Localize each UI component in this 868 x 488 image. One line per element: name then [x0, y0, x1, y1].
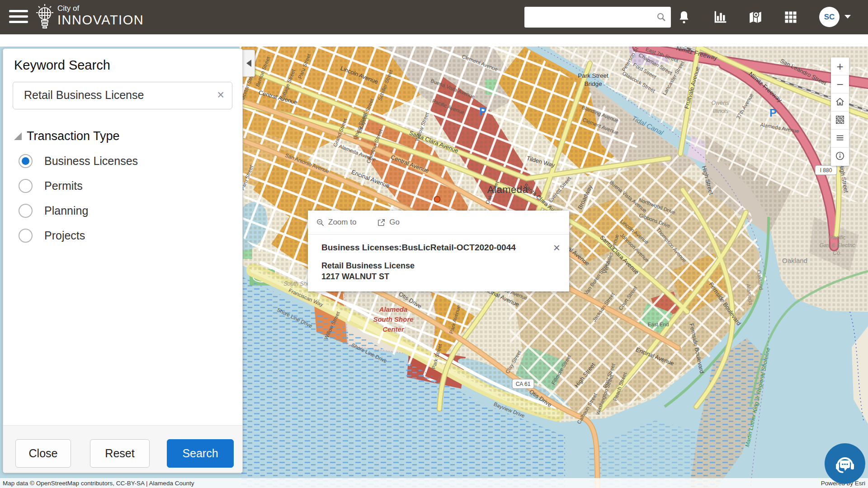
map-attribution: Map data © OpenStreetMap contributors, C…: [0, 478, 868, 488]
zoom-in-button[interactable]: +: [831, 57, 849, 75]
charts-button[interactable]: [709, 6, 731, 28]
notifications-button[interactable]: [673, 6, 695, 28]
lightbulb-logo-icon: [34, 3, 55, 32]
popup-body: Business Licenses:BusLicRetail-OCT2020-0…: [308, 235, 569, 291]
layers-button[interactable]: [831, 130, 849, 148]
svg-text:Oakland: Oakland: [782, 257, 807, 264]
layer-list-icon: [835, 133, 845, 143]
headset-chat-icon: [833, 451, 857, 476]
zoom-to-button[interactable]: Zoom to: [316, 218, 356, 227]
radio-label: Permits: [44, 179, 83, 192]
radio-business-licenses[interactable]: Business Licenses: [19, 149, 242, 174]
map-icon: [748, 9, 763, 25]
radio-circle: [19, 204, 33, 218]
map-pin[interactable]: [434, 197, 440, 202]
transaction-type-options: Business Licenses Permits Planning Proje…: [19, 149, 242, 248]
panel-title: Keyword Search: [14, 58, 242, 73]
svg-text:Owens: Owens: [712, 100, 729, 106]
search-button[interactable]: Search: [167, 439, 234, 468]
info-icon: [835, 151, 845, 161]
menu-icon[interactable]: [9, 10, 28, 24]
zoom-to-label: Zoom to: [328, 218, 356, 227]
avatar[interactable]: SC: [819, 7, 840, 27]
transaction-type-label: Transaction Type: [27, 129, 120, 143]
apps-grid-button[interactable]: [780, 6, 802, 28]
svg-text:Illinois: Illinois: [713, 108, 729, 114]
radio-permits[interactable]: Permits: [19, 174, 242, 198]
brand-name: INNOVATION: [57, 13, 144, 28]
map-controls: + −: [831, 57, 849, 166]
go-icon: [377, 218, 386, 227]
svg-text:South Shore: South Shore: [373, 315, 413, 323]
radio-label: Planning: [44, 204, 88, 217]
panel-footer: Close Reset Search: [3, 425, 242, 473]
keyword-search-panel: Keyword Search × Transaction Type Busine…: [3, 48, 243, 473]
global-search: [524, 7, 671, 28]
svg-text:P: P: [479, 105, 486, 117]
svg-text:I 880: I 880: [820, 167, 832, 174]
brand: City of INNOVATION: [57, 5, 144, 28]
basemap-icon: [835, 115, 845, 125]
popup-actions: Zoom to Go: [308, 211, 569, 235]
svg-text:East End: East End: [648, 322, 669, 327]
home-button[interactable]: [831, 94, 849, 112]
radio-circle: [19, 229, 33, 243]
reset-button[interactable]: Reset: [90, 439, 150, 468]
info-button[interactable]: [831, 148, 849, 166]
svg-text:Bridge: Bridge: [584, 80, 602, 87]
collapse-triangle-icon: [14, 132, 22, 140]
svg-text:CA 61: CA 61: [516, 381, 531, 387]
popup-close-icon[interactable]: ×: [553, 241, 560, 255]
bell-icon: [677, 10, 691, 24]
svg-text:Co.: Co.: [833, 250, 841, 256]
svg-text:Alameda: Alameda: [379, 305, 408, 313]
popup-title: Business Licenses:BusLicRetail-OCT2020-0…: [321, 243, 559, 253]
keyword-input[interactable]: [23, 88, 206, 102]
radio-label: Business Licenses: [44, 155, 138, 168]
svg-text:Gas & Electric: Gas & Electric: [819, 242, 855, 249]
svg-text:P: P: [769, 107, 777, 119]
radio-label: Projects: [44, 229, 85, 242]
transaction-type-header[interactable]: Transaction Type: [14, 129, 242, 143]
avatar-initials: SC: [824, 13, 835, 22]
close-button[interactable]: Close: [15, 439, 71, 468]
popup-address: 1217 WALNUT ST: [321, 272, 559, 282]
grid-icon: [784, 10, 797, 24]
radio-circle: [19, 179, 33, 193]
basemap-button[interactable]: [831, 112, 849, 130]
radio-projects[interactable]: Projects: [19, 223, 242, 248]
collapse-left-icon: [246, 60, 251, 67]
home-icon: [835, 97, 845, 107]
global-search-input[interactable]: [530, 9, 654, 25]
radio-planning[interactable]: Planning: [19, 198, 242, 223]
go-label: Go: [389, 218, 400, 227]
go-button[interactable]: Go: [377, 218, 400, 227]
support-chat-button[interactable]: [825, 443, 865, 484]
account-chevron-down-icon[interactable]: [844, 15, 851, 19]
svg-text:Park Street: Park Street: [578, 72, 609, 79]
zoom-to-icon: [316, 218, 325, 227]
svg-text:Alameda: Alameda: [487, 184, 528, 195]
bar-chart-icon: [713, 10, 727, 24]
svg-text:Center: Center: [382, 325, 405, 333]
keyword-input-wrap: ×: [13, 82, 232, 109]
radio-circle-selected: [19, 154, 33, 168]
app-header: City of INNOVATION: [0, 0, 868, 34]
zoom-out-button[interactable]: −: [831, 75, 849, 94]
map-view-button[interactable]: [745, 6, 766, 28]
search-icon[interactable]: [656, 12, 667, 23]
feature-popup: Zoom to Go Business Licenses:BusLicRetai…: [308, 211, 569, 291]
popup-record-type: Retail Business License: [321, 261, 559, 271]
panel-collapse-tab[interactable]: [243, 50, 255, 77]
attribution-left: Map data © OpenStreetMap contributors, C…: [3, 480, 194, 487]
brand-top: City of: [57, 5, 144, 13]
clear-keyword-icon[interactable]: ×: [217, 88, 224, 102]
svg-text:Pacific: Pacific: [829, 235, 846, 241]
